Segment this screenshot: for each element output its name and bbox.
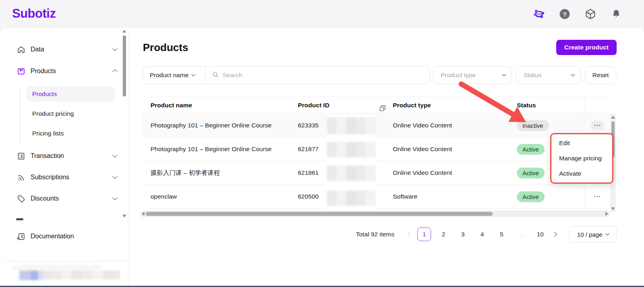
search-icon: [212, 71, 219, 80]
status-placeholder: Status: [524, 72, 541, 79]
page-button-10[interactable]: 10: [533, 228, 547, 241]
sidebar-item-documentation[interactable]: Documentation: [10, 228, 121, 245]
search-field-selector[interactable]: Product name: [143, 67, 206, 84]
package-icon[interactable]: [584, 8, 597, 20]
sidebar-item-data[interactable]: Data: [10, 41, 121, 58]
page-title: Products: [143, 41, 188, 54]
column-header-product-name: Product name: [143, 97, 298, 113]
column-header-status: Status: [517, 97, 584, 113]
chevron-left-icon: [407, 232, 412, 236]
chevron-down-icon: [191, 72, 195, 76]
total-items-label: Total 92 items: [356, 231, 394, 238]
scrollbar-down-arrow[interactable]: [611, 207, 615, 210]
topbar-icon-group: ?: [533, 0, 622, 28]
chevron-down-icon: [112, 195, 118, 200]
submenu-item-products[interactable]: Products: [27, 86, 115, 102]
table-row[interactable]: Photography 101 – Beginner Online Course…: [143, 114, 610, 137]
more-actions-icon[interactable]: [591, 121, 604, 130]
scrollbar-left-arrow[interactable]: [142, 212, 144, 216]
copy-icon[interactable]: [379, 105, 386, 114]
submenu-item-label: Products: [32, 90, 57, 98]
app-logo: Subotiz: [12, 6, 56, 21]
product-name-cell: Photography 101 – Beginner Online Course: [143, 137, 298, 161]
bell-icon[interactable]: [610, 8, 622, 20]
tag-icon: [16, 194, 26, 203]
sidebar-item-subscriptions[interactable]: Subscriptions: [10, 168, 121, 186]
chevron-down-icon: [112, 174, 118, 179]
list-icon: [16, 151, 26, 161]
product-box-icon: [16, 66, 26, 76]
page-button-5[interactable]: 5: [495, 228, 508, 241]
home-icon: [16, 45, 26, 54]
create-product-button[interactable]: Create product: [556, 40, 617, 55]
submenu-item-product-pricing[interactable]: Product pricing: [27, 106, 115, 121]
rss-icon: [16, 172, 26, 182]
clipped-nav-icon: [16, 218, 23, 220]
page-button-4[interactable]: 4: [475, 228, 489, 241]
menu-item-edit[interactable]: Edit: [551, 135, 612, 151]
scrollbar-thumb[interactable]: [146, 212, 493, 216]
filter-bar: Product name Product type Status Reset: [143, 66, 617, 84]
chevron-down-icon: [502, 72, 506, 76]
chevron-down-icon: [605, 232, 609, 235]
page-button-1[interactable]: 1: [417, 228, 431, 241]
product-id-redacted: [327, 115, 376, 209]
product-name-cell: Photography 101 – Beginner Online Course: [143, 114, 298, 137]
page-header: Products Create product: [143, 39, 617, 56]
table-row[interactable]: openclaw 620500 Software Active: [143, 185, 610, 209]
column-header-product-type: Product type: [393, 97, 517, 113]
search-input[interactable]: [223, 72, 424, 79]
more-actions-icon[interactable]: [591, 192, 604, 201]
sidebar-item-discounts[interactable]: Discounts: [10, 190, 121, 207]
table-row[interactable]: 摄影入门课 – 初学者课程 621861 Online Video Conten…: [143, 161, 610, 185]
product-type-cell: Online Video Content: [393, 161, 517, 184]
page-size-selector[interactable]: 10 / page: [569, 226, 617, 243]
menu-item-manage-pricing[interactable]: Manage pricing: [551, 151, 612, 166]
row-actions-menu: Edit Manage pricing Activate: [550, 133, 613, 184]
status-badge: Active: [517, 191, 545, 202]
table-header-row: Product name Product ID Product type Sta…: [143, 96, 610, 114]
product-type-cell: Online Video Content: [393, 114, 517, 137]
assistant-bot-icon[interactable]: [533, 8, 545, 20]
products-submenu: Products Product pricing Pricing lists: [20, 86, 117, 146]
sidebar-item-label: Documentation: [31, 233, 74, 240]
product-type-dropdown[interactable]: Product type: [433, 66, 512, 84]
sidebar-item-label: Discounts: [31, 195, 59, 202]
sidebar-item-products[interactable]: Products: [10, 62, 121, 80]
page-button-3[interactable]: 3: [456, 228, 470, 241]
scrollbar-up-arrow[interactable]: [611, 116, 615, 119]
previous-page-button[interactable]: [405, 228, 415, 241]
chevron-down-icon: [112, 152, 118, 158]
table-row[interactable]: Photography 101 – Beginner Online Course…: [143, 137, 610, 161]
table-horizontal-scrollbar[interactable]: [140, 211, 610, 217]
help-icon[interactable]: ?: [559, 8, 571, 20]
chevron-up-icon: [112, 69, 118, 74]
chevron-down-icon: [571, 72, 574, 76]
submenu-item-pricing-lists[interactable]: Pricing lists: [27, 126, 115, 141]
submenu-item-label: Pricing lists: [32, 130, 64, 137]
menu-item-activate[interactable]: Activate: [551, 166, 612, 181]
page-size-value: 10 / page: [577, 231, 603, 238]
status-badge: Active: [517, 168, 545, 178]
page-button-2[interactable]: 2: [437, 228, 450, 241]
sidebar-item-label: Transaction: [31, 152, 64, 160]
chevron-down-icon: [112, 46, 118, 51]
status-cell: Active: [517, 185, 584, 208]
sidebar-divider: [128, 28, 128, 286]
sidebar-scrollbar-thumb[interactable]: [123, 35, 126, 96]
product-name-cell: openclaw: [143, 185, 298, 208]
status-dropdown[interactable]: Status: [516, 66, 581, 84]
sidebar-item-transaction[interactable]: Transaction: [10, 147, 121, 165]
sidebar-item-label: Data: [31, 46, 44, 53]
next-page-button[interactable]: [550, 228, 559, 241]
chevron-right-icon: [552, 232, 557, 236]
sidebar-footer-divider: [3, 261, 128, 261]
column-header-actions: [584, 97, 610, 113]
sidebar-scrollbar-down-arrow[interactable]: [122, 215, 126, 217]
submenu-item-label: Product pricing: [32, 110, 74, 117]
scrollbar-right-arrow[interactable]: [605, 212, 608, 216]
sidebar-scrollbar-up-arrow[interactable]: [122, 30, 126, 33]
search-field-selector-value: Product name: [150, 72, 189, 79]
pagination: Total 92 items 1 2 3 4 5 ··· 10 10 / pag…: [143, 226, 617, 243]
reset-button[interactable]: Reset: [585, 66, 616, 84]
